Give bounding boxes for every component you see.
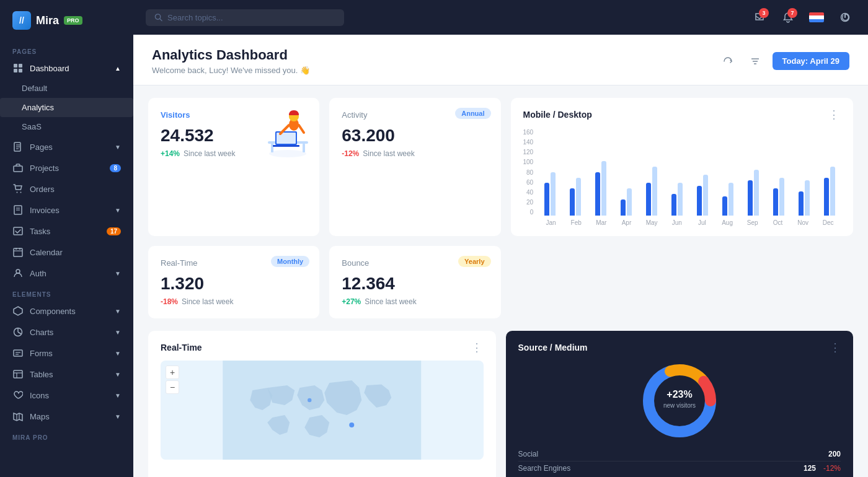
bar-light-Apr bbox=[627, 188, 632, 216]
bar-group-Jan bbox=[538, 172, 561, 216]
map-title: Real-Time bbox=[161, 343, 202, 352]
svg-rect-14 bbox=[14, 227, 22, 235]
sidebar-item-auth[interactable]: Auth ▼ bbox=[0, 263, 133, 284]
svg-rect-1 bbox=[19, 64, 22, 68]
search-input[interactable] bbox=[167, 13, 335, 22]
projects-label: Projects bbox=[30, 164, 59, 173]
bar-light-Jun bbox=[678, 183, 683, 216]
realtime-value: 1.320 bbox=[161, 274, 307, 294]
map-more-button[interactable]: ⋮ bbox=[471, 341, 484, 354]
chart-label-Mar: Mar bbox=[589, 219, 614, 226]
power-button[interactable] bbox=[835, 7, 856, 28]
svg-point-46 bbox=[349, 422, 354, 427]
language-selector[interactable] bbox=[806, 7, 827, 28]
chart-more-button[interactable]: ⋮ bbox=[828, 108, 841, 121]
chart-label-Dec: Dec bbox=[815, 219, 841, 226]
sidebar-item-components[interactable]: Components ▼ bbox=[0, 300, 133, 322]
content-area: Analytics Dashboard Welcome back, Lucy! … bbox=[133, 35, 868, 477]
activity-change: -12% Since last week bbox=[342, 149, 488, 158]
chevron-up-icon: ▲ bbox=[115, 65, 121, 72]
projects-badge: 8 bbox=[110, 164, 121, 172]
activity-change-label: Since last week bbox=[363, 149, 414, 158]
chevron-down-icon4: ▼ bbox=[115, 308, 121, 315]
sidebar-item-forms[interactable]: Forms ▼ bbox=[0, 343, 133, 364]
messages-button[interactable]: 3 bbox=[749, 7, 770, 28]
sidebar-item-tasks[interactable]: Tasks 17 bbox=[0, 221, 133, 242]
invoices-label: Invoices bbox=[30, 206, 60, 215]
source-header: Source / Medium ⋮ bbox=[518, 341, 841, 354]
activity-value: 63.200 bbox=[342, 126, 488, 146]
sidebar-item-dashboard[interactable]: Dashboard ▲ bbox=[0, 58, 133, 79]
sidebar-item-maps[interactable]: Maps ▼ bbox=[0, 406, 133, 427]
activity-badge: Annual bbox=[455, 108, 490, 119]
svg-line-30 bbox=[160, 19, 162, 20]
refresh-button[interactable] bbox=[718, 51, 738, 71]
chevron-down-icon8: ▼ bbox=[115, 392, 121, 399]
table-icon bbox=[12, 369, 24, 380]
bar-dark-Jul bbox=[697, 186, 702, 216]
bar-group-May bbox=[640, 167, 663, 216]
bar-group-Nov bbox=[792, 180, 815, 216]
bar-light-Jan bbox=[551, 172, 556, 216]
bar-light-Sep bbox=[754, 170, 759, 216]
bar-dark-Dec bbox=[824, 178, 829, 216]
sidebar-item-pages[interactable]: Pages ▼ bbox=[0, 136, 133, 157]
empty-slot bbox=[511, 246, 854, 318]
svg-rect-38 bbox=[271, 144, 273, 152]
sidebar-item-calendar[interactable]: Calendar bbox=[0, 242, 133, 263]
briefcase-icon bbox=[12, 162, 24, 173]
zoom-in-button[interactable]: + bbox=[166, 365, 179, 379]
realtime-badge: Monthly bbox=[271, 256, 309, 267]
forms-label: Forms bbox=[30, 349, 53, 358]
bar-dark-Apr bbox=[621, 199, 626, 216]
components-label: Components bbox=[30, 307, 76, 316]
search-icon bbox=[154, 13, 162, 22]
search-bar[interactable] bbox=[146, 9, 344, 26]
activity-change-pct: -12% bbox=[342, 149, 359, 158]
today-button[interactable]: Today: April 29 bbox=[773, 52, 849, 70]
map-icon bbox=[12, 411, 24, 422]
chart-labels: JanFebMarAprMayJunJulAugSepOctNovDec bbox=[538, 219, 841, 226]
bar-group-Aug bbox=[716, 183, 739, 216]
svg-point-36 bbox=[269, 150, 306, 157]
heart-icon bbox=[12, 390, 24, 401]
chevron-down-icon7: ▼ bbox=[115, 371, 121, 378]
sidebar-item-charts[interactable]: Charts ▼ bbox=[0, 322, 133, 343]
bottom-row: Real-Time ⋮ + − bbox=[148, 331, 853, 477]
bar-light-Nov bbox=[805, 180, 810, 216]
notifications-button[interactable]: 7 bbox=[777, 7, 799, 28]
zoom-out-button[interactable]: − bbox=[166, 380, 179, 394]
bar-group-Jul bbox=[691, 175, 714, 216]
sidebar-item-invoices[interactable]: Invoices ▼ bbox=[0, 199, 133, 221]
donut-chart: +23% new visitors bbox=[518, 361, 841, 441]
sidebar-item-icons[interactable]: Icons ▼ bbox=[0, 385, 133, 406]
svg-point-10 bbox=[20, 192, 22, 193]
sidebar-item-tables[interactable]: Tables ▼ bbox=[0, 364, 133, 385]
sidebar-item-saas[interactable]: SaaS bbox=[0, 117, 133, 136]
chevron-down-icon9: ▼ bbox=[115, 413, 121, 420]
chart-title: Mobile / Desktop bbox=[523, 110, 592, 120]
sidebar-item-analytics[interactable]: Analytics bbox=[0, 98, 133, 117]
chart-label-Feb: Feb bbox=[564, 219, 589, 226]
section-label-mira-pro: MIRA PRO bbox=[0, 427, 133, 444]
component-icon bbox=[12, 305, 24, 317]
page-header-right: Today: April 29 bbox=[718, 51, 849, 71]
sidebar-item-default[interactable]: Default bbox=[0, 79, 133, 98]
bar-dark-Nov bbox=[799, 191, 804, 216]
dashboard-subgroup: Default Analytics SaaS bbox=[0, 79, 133, 136]
source-more-button[interactable]: ⋮ bbox=[830, 341, 841, 354]
grid-icon bbox=[12, 63, 24, 74]
source-title: Source / Medium bbox=[518, 343, 588, 352]
filter-button[interactable] bbox=[745, 51, 765, 71]
social-value: 200 bbox=[828, 450, 841, 458]
tables-label: Tables bbox=[30, 370, 53, 379]
sidebar-item-projects[interactable]: Projects 8 bbox=[0, 157, 133, 178]
orders-label: Orders bbox=[30, 185, 55, 194]
auth-icon bbox=[12, 268, 24, 279]
logo-area: // Mira PRO bbox=[0, 0, 133, 41]
bar-light-Feb bbox=[576, 178, 581, 216]
app-name: Mira bbox=[36, 14, 59, 27]
donut-svg: +23% new visitors bbox=[639, 361, 720, 441]
sidebar-item-orders[interactable]: Orders bbox=[0, 178, 133, 199]
chart-label-Aug: Aug bbox=[715, 219, 740, 226]
